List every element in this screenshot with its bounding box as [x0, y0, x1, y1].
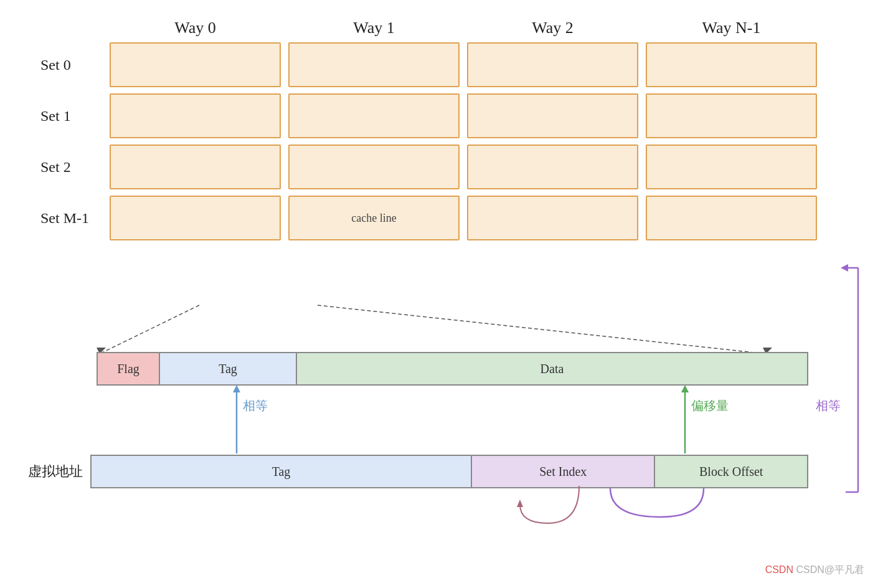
svg-marker-7 [681, 385, 689, 392]
cache-cell-m1-1: cache line [288, 196, 460, 240]
cache-line-label: cache line [351, 212, 396, 225]
purple-bracket-svg [827, 262, 864, 498]
cache-cell-2-0 [110, 145, 281, 189]
va-tag: Tag [92, 456, 472, 487]
way-header-0: Way 0 [106, 19, 285, 37]
set-label-0: Set 0 [37, 57, 106, 74]
set-label-2: Set 2 [37, 159, 106, 176]
cache-cell-0-1 [288, 42, 460, 87]
vaddr-section: 虚拟地址 Tag Set Index Block Offset [28, 455, 808, 488]
cache-line-section: Flag Tag Data [97, 352, 808, 386]
cache-cell-2-3 [646, 145, 817, 189]
way-header-1: Way 1 [285, 19, 463, 37]
set-row-2: Set 2 [37, 145, 821, 189]
main-container: Way 0 Way 1 Way 2 Way N-1 Set 0 Set 1 Se… [0, 0, 883, 588]
svg-line-1 [318, 305, 766, 354]
svg-line-0 [100, 305, 199, 354]
set-row-0: Set 0 [37, 42, 821, 87]
cache-cell-m1-3 [646, 196, 817, 240]
cache-cell-m1-2 [467, 196, 638, 240]
setindex-arrow-svg [517, 486, 691, 542]
equal-right-annotation: 相等 [816, 397, 841, 414]
vaddr-label: 虚拟地址 [28, 462, 83, 481]
cl-data: Data [297, 353, 807, 384]
cache-cell-1-2 [467, 93, 638, 138]
way-headers: Way 0 Way 1 Way 2 Way N-1 [106, 19, 821, 37]
cache-cell-0-3 [646, 42, 817, 87]
cache-cell-1-1 [288, 93, 460, 138]
cl-flag: Flag [98, 353, 160, 384]
cache-cell-1-3 [646, 93, 817, 138]
svg-marker-5 [233, 385, 240, 392]
svg-marker-11 [841, 264, 848, 272]
way-header-2: Way 2 [463, 19, 642, 37]
vaddr-bar: Tag Set Index Block Offset [90, 455, 808, 488]
cache-cell-0-2 [467, 42, 638, 87]
watermark: CSDN CSDN@平凡君 [765, 564, 864, 577]
offset-annotation: 偏移量 [691, 397, 729, 414]
watermark-text: CSDN@平凡君 [796, 564, 864, 575]
set-row-1: Set 1 [37, 93, 821, 138]
watermark-csdn: CSDN [765, 564, 793, 575]
cache-cell-0-0 [110, 42, 281, 87]
va-setindex: Set Index [472, 456, 655, 487]
cache-grid: Way 0 Way 1 Way 2 Way N-1 Set 0 Set 1 Se… [37, 19, 821, 247]
cache-line-bar: Flag Tag Data [97, 352, 808, 386]
set-label-m1: Set M-1 [37, 210, 106, 227]
va-blockoffset: Block Offset [655, 456, 807, 487]
way-header-3: Way N-1 [642, 19, 821, 37]
cache-cell-m1-0 [110, 196, 281, 240]
set-row-m1: Set M-1 cache line [37, 196, 821, 240]
cache-cell-1-0 [110, 93, 281, 138]
cache-cell-2-1 [288, 145, 460, 189]
equal-tag-annotation: 相等 [243, 397, 268, 414]
cache-cell-2-2 [467, 145, 638, 189]
set-label-1: Set 1 [37, 108, 106, 125]
svg-marker-12 [517, 500, 523, 507]
cl-tag: Tag [160, 353, 297, 384]
